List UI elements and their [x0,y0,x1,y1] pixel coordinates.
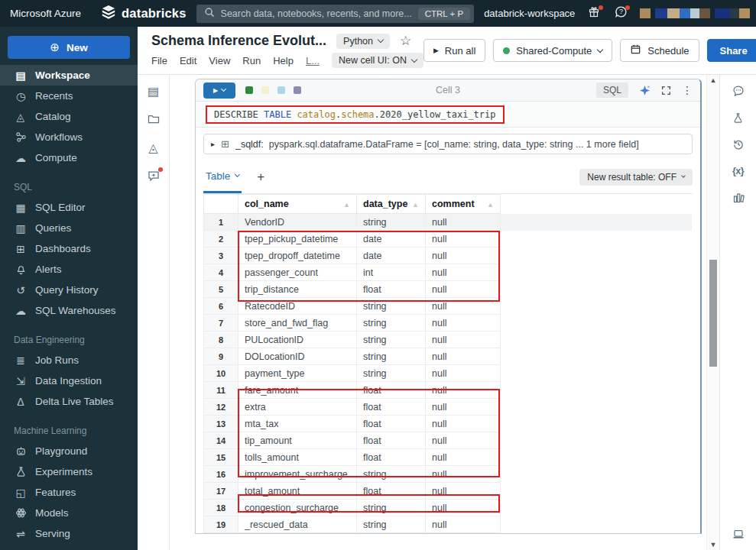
help-button[interactable]: ? [613,6,628,21]
expand-arrow-icon[interactable]: ▸ [211,140,215,148]
sidebar-item-models[interactable]: Models [0,503,138,523]
sidebar-item-data-ingestion[interactable]: ⇲Data Ingestion [0,370,138,391]
row-index-cell: 9 [204,348,238,365]
data-profile-icon[interactable] [730,189,747,206]
run-cell-button[interactable]: ▶ [203,82,235,99]
column-header-data-type[interactable]: data_type▲ [357,195,426,214]
favorite-star-icon[interactable]: ☆ [400,33,411,49]
folder-icon[interactable] [145,111,162,128]
table-cell: null [426,214,501,231]
sidebar-item-playground[interactable]: Playground [0,441,138,461]
sqldf-name: _sqldf: [235,139,264,150]
sidebar-item-alerts[interactable]: Alerts [0,259,138,280]
share-button[interactable]: Share [707,39,756,62]
new-cell-ui-toggle[interactable]: New cell UI: ON [332,53,423,68]
new-button[interactable]: ⊕ New [8,36,130,59]
cell-menu-kebab-icon[interactable]: ⋮ [682,84,693,96]
cell-language-badge[interactable]: SQL [596,82,628,98]
table-row[interactable]: 5trip_distancefloatnull [204,281,693,298]
table-row[interactable]: 7store_and_fwd_flagstringnull [204,315,693,332]
search-input[interactable]: Search data, notebooks, recents, and mor… [196,5,475,23]
sidebar-item-features[interactable]: ◱Features [0,482,138,503]
scrollbar-thumb[interactable] [709,260,717,367]
sidebar-item-job-runs[interactable]: ≣Job Runs [0,350,138,370]
table-of-contents-icon[interactable]: ▤ [145,82,162,99]
cell-code-area[interactable]: DESCRIBE TABLE catalog.schema.2020_yello… [196,102,700,128]
table-row[interactable]: 10payment_typestringnull [204,365,693,382]
column-header-comment[interactable]: comment▲ [426,195,501,214]
playground-icon [14,445,28,457]
sidebar-item-sql-editor[interactable]: ▦SQL Editor [0,197,138,218]
compute-selector[interactable]: Shared-Compute [493,39,612,62]
table-row[interactable]: 17total_amountfloatnull [204,483,693,500]
schedule-button[interactable]: Schedule [620,39,699,62]
compute-icon: ☁ [14,152,28,164]
row-index-cell: 3 [204,247,238,264]
sort-arrow-icon[interactable]: ▲ [343,201,350,209]
table-row[interactable]: 8PULocationIDstringnull [204,332,693,348]
table-row[interactable]: 16improvement_surchargestringnull [204,466,693,483]
table-row[interactable]: 1VendorIDstringnull [204,214,693,231]
variables-icon[interactable]: {x} [730,163,747,180]
language-selector[interactable]: Python [336,34,390,49]
menu-file[interactable]: File [151,55,167,66]
catalog-icon[interactable]: ◬ [145,139,162,156]
table-row[interactable]: 12extrafloatnull [204,399,693,416]
table-cell: float [357,449,426,466]
sidebar-item-experiments[interactable]: Experiments [0,461,138,482]
comments-icon[interactable] [730,82,747,99]
menu-help[interactable]: Help [273,55,294,66]
sidebar-item-sql-warehouses[interactable]: ☁SQL Warehouses [0,300,138,321]
sort-arrow-icon[interactable]: ▲ [487,201,494,209]
workspace-name[interactable]: databrick-workspace [484,8,575,19]
table-row[interactable]: 13mta_taxfloatnull [204,416,693,432]
menu-run[interactable]: Run [242,55,261,66]
notebook-title[interactable]: Schema Inference Evolut... [151,33,326,49]
table-row[interactable]: 14tip_amountfloatnull [204,432,693,449]
scroll-down-arrow-icon[interactable]: ▼ [710,539,717,550]
experiments-icon[interactable] [730,109,747,126]
expand-cell-icon[interactable] [661,86,671,95]
sqldf-summary-row[interactable]: ▸ ⊞ _sqldf: pyspark.sql.dataframe.DataFr… [203,134,693,154]
table-row[interactable]: 6RatecodeIDstringnull [204,298,693,315]
databricks-logo[interactable]: databricks [101,5,187,23]
terminal-icon[interactable] [730,526,747,542]
assistant-sparkle-icon[interactable] [639,85,651,96]
table-tab[interactable]: Table [203,161,242,193]
sidebar-item-delta-live-tables[interactable]: ΔDelta Live Tables [0,391,138,412]
menu-view[interactable]: View [209,55,230,66]
new-result-table-toggle[interactable]: New result table: OFF [579,169,693,186]
table-row[interactable]: 9DOLocationIDstringnull [204,348,693,365]
sidebar-item-serving[interactable]: ⇌Serving [0,523,138,544]
table-row[interactable]: 18congestion_surchargestringnull [204,500,693,516]
redacted-block [699,8,710,18]
table-row[interactable]: 15tolls_amountfloatnull [204,449,693,466]
sidebar-item-dashboards[interactable]: ⊞Dashboards [0,238,138,259]
sidebar-item-query-history[interactable]: ↺Query History [0,280,138,300]
table-row[interactable]: 3tpep_dropoff_datetimedatenull [204,247,693,264]
column-header-col-name[interactable]: col_name▲ [238,195,357,214]
version-history-icon[interactable] [730,136,747,153]
table-row[interactable]: 11fare_amountfloatnull [204,382,693,399]
sidebar-item-workspace[interactable]: ▤Workspace [0,65,138,86]
user-account-redacted[interactable] [640,8,750,18]
sidebar-item-workflows[interactable]: Workflows [0,127,138,147]
notebook-scrollbar[interactable]: ▲ ▼ [706,75,719,550]
assistant-icon[interactable] [145,167,162,184]
table-row[interactable]: 4passenger_countintnull [204,264,693,281]
sidebar-item-catalog[interactable]: ◬Catalog [0,106,138,127]
whats-new-button[interactable] [586,6,602,21]
add-visualization-button[interactable]: + [257,170,264,185]
menu-l[interactable]: L... [306,55,320,66]
sidebar-item-queries[interactable]: ▥Queries [0,218,138,238]
new-button-label: New [67,42,88,53]
menu-edit[interactable]: Edit [180,55,196,66]
table-row[interactable]: 2tpep_pickup_datetimedatenull [204,231,693,247]
scroll-up-arrow-icon[interactable]: ▲ [710,75,717,86]
table-row[interactable]: 19_rescued_datastringnull [204,516,693,533]
sort-arrow-icon[interactable]: ▲ [412,201,419,209]
sidebar-item-compute[interactable]: ☁Compute [0,147,138,168]
run-all-button[interactable]: ▶ Run all [423,39,485,62]
sidebar-item-recents[interactable]: ◷Recents [0,86,138,106]
microsoft-azure-label: Microsoft Azure [10,8,81,19]
